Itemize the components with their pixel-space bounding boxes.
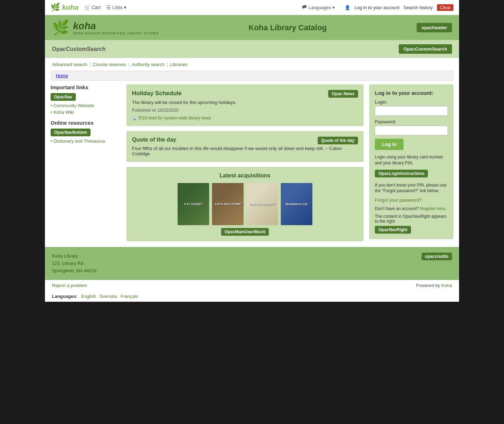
online-resources-title: Online resources <box>51 120 121 126</box>
book-cover-2[interactable]: CATS ON CATNIP <box>212 183 244 225</box>
koha-link[interactable]: Koha <box>442 283 452 288</box>
quote-of-day-button[interactable]: Quote of the day <box>318 137 358 144</box>
book-cover-1[interactable]: CAT DADDY <box>178 183 209 225</box>
book-cover-4[interactable]: Bookstore Cat <box>281 183 312 225</box>
quote-text: Four fifths of all our troubles in this … <box>132 146 358 156</box>
opacnavright-text: The content in OpacNavRight appears to t… <box>375 214 448 224</box>
person-icon: 👤 <box>345 5 350 10</box>
advanced-search-link[interactable]: Advanced search <box>52 62 87 67</box>
book-covers: CAT DADDY CATS ON CATNIP TINY but MIGHTY… <box>132 183 358 225</box>
login-panel: Log in to your account: Login: Password:… <box>369 84 453 239</box>
login-instructions-extra: If you don't know your PIN, please use t… <box>375 182 448 194</box>
header-leaf-icon: 🌿 <box>52 19 69 36</box>
news-title: Holiday Schedule <box>132 90 182 97</box>
online-resources-section: Online resources OpacNavBottom Dictionar… <box>51 120 121 144</box>
search-history-link[interactable]: Search history <box>404 5 433 10</box>
login-button[interactable]: Log in <box>375 139 404 150</box>
login-link[interactable]: Log in to your account <box>354 5 399 10</box>
sub-nav: Advanced search | Course reserves | Auth… <box>45 58 459 71</box>
no-account-text: Don't have an account? Register here. <box>375 206 448 211</box>
authority-search-link[interactable]: Authority search <box>132 62 165 67</box>
koha-logo: 🌿 koha <box>51 3 79 12</box>
footer-links: Report a problem Powered by Koha <box>45 280 459 291</box>
rss-link[interactable]: 📡 RSS feed for system-wide library news <box>132 116 358 120</box>
password-label: Password: <box>375 119 448 124</box>
koha-leaf-icon: 🌿 <box>51 3 60 12</box>
top-bar: 🌿 koha 🛒 Cart ☰ Lists ▾ 🏴 Languages ▾ · … <box>45 0 459 15</box>
dictionary-link[interactable]: Dictionary and Thesaurus <box>51 138 121 144</box>
opacnav-button[interactable]: OpacNav <box>51 93 76 101</box>
footer-address: Koha Library 123, Library Rd. Springfiel… <box>52 253 97 274</box>
languages-button[interactable]: 🏴 Languages ▾ <box>301 5 335 10</box>
footer-banner: Koha Library 123, Library Rd. Springfiel… <box>45 247 459 280</box>
important-links-section: Important links OpacNav Community Websit… <box>51 84 121 115</box>
opacnavright-button[interactable]: OpacNavRight <box>375 226 411 234</box>
francais-language-link[interactable]: Français <box>120 294 138 299</box>
top-bar-right: 🏴 Languages ▾ · 👤 Log in to your account… <box>301 4 453 11</box>
header-logo-area: 🌿 koha OPEN-SOURCE INTEGRATED LIBRARY SY… <box>52 19 159 36</box>
opacnavbottom-button[interactable]: OpacNavBottom <box>51 129 91 136</box>
quote-card: Quote of the day Quote of the day Four f… <box>126 131 364 162</box>
opacheader-button[interactable]: opacheader <box>417 23 452 32</box>
english-language-link[interactable]: English <box>81 294 96 299</box>
opacmainuserblock-button[interactable]: OpacMainUserBlock <box>221 228 269 236</box>
register-link[interactable]: Register here. <box>420 206 446 211</box>
home-breadcrumb[interactable]: Home <box>56 73 68 78</box>
sidebar: Important links OpacNav Community Websit… <box>51 84 121 241</box>
lists-link[interactable]: ☰ Lists ▾ <box>106 5 126 10</box>
forgot-password-link[interactable]: Forgot your password? <box>375 197 448 203</box>
custom-search-title: OpacCustomSearch <box>52 46 106 52</box>
news-body: The library will be closed for the upcom… <box>132 100 358 105</box>
acquisitions-title: Latest acquisitions <box>132 172 358 179</box>
quote-title: Quote of the day <box>132 137 176 143</box>
login-instructions: Login using your library card number and… <box>375 154 448 166</box>
login-label: Login: <box>375 99 448 105</box>
login-input[interactable] <box>375 106 448 116</box>
powered-by: Powered by Koha <box>416 283 452 288</box>
password-input[interactable] <box>375 126 448 135</box>
opaccustomsearch-button[interactable]: OpacCustomSearch <box>399 44 452 54</box>
opaccredits-button[interactable]: opaccredits <box>422 253 452 260</box>
header-title: Koha Library Catalog <box>159 23 417 32</box>
book-cover-3[interactable]: TINY but MIGHTY <box>246 183 278 225</box>
svenska-language-link[interactable]: Svenska <box>100 294 117 299</box>
important-links-title: Important links <box>51 84 121 90</box>
acquisitions-card: Latest acquisitions CAT DADDY CATS ON CA… <box>126 167 364 241</box>
right-column: Log in to your account: Login: Password:… <box>369 84 453 241</box>
community-website-link[interactable]: Community Website <box>51 103 121 108</box>
rss-icon: 📡 <box>132 116 137 120</box>
header-banner: 🌿 koha OPEN-SOURCE INTEGRATED LIBRARY SY… <box>45 15 459 40</box>
center-column: Holiday Schedule Opac News The library w… <box>126 84 364 241</box>
clear-button[interactable]: Clear <box>437 4 453 11</box>
cart-link[interactable]: 🛒 Cart <box>84 5 101 10</box>
koha-logo-text: koha <box>62 4 79 12</box>
header-logo-name: koha <box>73 20 159 32</box>
opacnews-button[interactable]: Opac News <box>328 90 358 98</box>
custom-search-bar: OpacCustomSearch OpacCustomSearch <box>45 40 459 58</box>
news-card: Holiday Schedule Opac News The library w… <box>126 84 364 126</box>
languages-bar: Languages: English Svenska Français <box>45 291 459 302</box>
breadcrumb: Home <box>51 71 453 81</box>
koha-wiki-link[interactable]: Koha Wiki <box>51 110 121 115</box>
top-bar-left: 🌿 koha 🛒 Cart ☰ Lists ▾ <box>51 3 126 12</box>
login-panel-title: Log in to your account: <box>375 90 448 96</box>
report-problem-link[interactable]: Report a problem <box>52 283 87 288</box>
libraries-link[interactable]: Libraries <box>170 62 188 67</box>
news-date: Published on 10/22/2020 <box>132 108 358 113</box>
main-content: Important links OpacNav Community Websit… <box>45 84 459 247</box>
course-reserves-link[interactable]: Course reserves <box>93 62 126 67</box>
languages-label: Languages: <box>52 294 78 299</box>
header-logo-subtitle: OPEN-SOURCE INTEGRATED LIBRARY SYSTEM <box>73 32 159 35</box>
opaclogininstructions-button[interactable]: OpacLoginInstructions <box>375 170 428 177</box>
